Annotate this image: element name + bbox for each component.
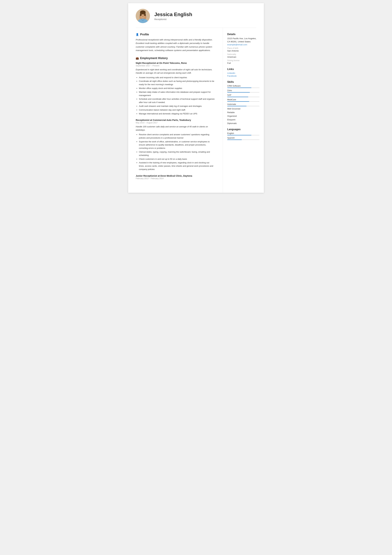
list-item: Check customers in and out up to 50 on a… bbox=[139, 158, 215, 161]
list-item: Resolve client service complaints and an… bbox=[139, 133, 215, 140]
skill-eloquent: Eloquent bbox=[227, 118, 259, 121]
svg-rect-5 bbox=[140, 13, 141, 16]
skill-sap-name: SAP bbox=[227, 94, 259, 96]
svg-rect-6 bbox=[144, 13, 146, 16]
lang-english: English bbox=[227, 132, 259, 135]
job-1-bullets: Answer incoming calls and respond to cli… bbox=[136, 76, 215, 116]
job-2-title: Receptionist at Commercial Auto Parts, T… bbox=[136, 119, 215, 121]
profile-section-title: 👤 Profile bbox=[136, 33, 215, 36]
driving-license-value: Full bbox=[227, 62, 259, 64]
job-2: Receptionist at Commercial Auto Parts, T… bbox=[136, 119, 215, 171]
skill-diplomatic-name: Diplomatic bbox=[227, 122, 259, 124]
job-1: Night Receptionist at On Point Telecoms,… bbox=[136, 62, 215, 115]
skill-sap-bar-fill bbox=[227, 97, 248, 97]
skill-sap: SAP bbox=[227, 94, 259, 97]
skill-automate: Automate bbox=[227, 103, 259, 106]
avatar bbox=[136, 9, 150, 23]
job-1-desc: Experienced in night desk working and co… bbox=[136, 68, 215, 75]
skill-zoho-name: Zoho bbox=[227, 89, 259, 92]
skill-crm-bar-bg bbox=[227, 88, 259, 88]
skill-organized: Organized bbox=[227, 115, 259, 117]
skill-automate-bar-fill bbox=[227, 106, 247, 106]
svg-point-7 bbox=[141, 15, 142, 15]
employment-section-title: 💼 Employment History bbox=[136, 57, 215, 60]
skill-automate-bar-bg bbox=[227, 106, 259, 106]
list-item: Coordinate all night office duties such … bbox=[139, 80, 215, 86]
main-column: 👤 Profile Professional receptionist with… bbox=[128, 28, 223, 193]
links-section: Links Linkedin Facebook bbox=[227, 68, 259, 77]
profile-section: 👤 Profile Professional receptionist with… bbox=[136, 33, 215, 52]
lang-spanish-name: Spanish bbox=[227, 137, 259, 139]
list-item: Communication liaison between day and ni… bbox=[139, 108, 215, 112]
skill-eloquent-name: Eloquent bbox=[227, 118, 259, 121]
skill-medicare-name: MediCare bbox=[227, 98, 259, 101]
profile-icon: 👤 bbox=[136, 33, 139, 36]
skill-automate-name: Automate bbox=[227, 103, 259, 105]
place-of-birth-label: Place of birth bbox=[227, 47, 259, 49]
job-1-title: Night Receptionist at On Point Telecoms,… bbox=[136, 62, 215, 64]
job-2-dates: May 2014 – August 2017 bbox=[136, 122, 215, 124]
lang-english-bar-fill bbox=[227, 135, 251, 135]
nationality-label: Nationality bbox=[227, 53, 259, 55]
list-item: Maintain daily intake of sales informati… bbox=[139, 90, 215, 97]
skill-crm: CRM Software bbox=[227, 85, 259, 88]
list-item: Schedule and coordinate after hour activ… bbox=[139, 97, 215, 104]
lang-english-bar-bg bbox=[227, 135, 259, 135]
detail-email: example@email.com bbox=[227, 44, 259, 46]
skill-reliable: Reliable bbox=[227, 111, 259, 114]
list-item: Monitor office supply stock and kitchen … bbox=[139, 87, 215, 90]
header-info: Jessica English Receptionist bbox=[154, 11, 192, 21]
lang-spanish: Spanish bbox=[227, 137, 259, 140]
skill-medicare: MediCare bbox=[227, 98, 259, 102]
skill-organized-name: Organized bbox=[227, 115, 259, 117]
candidate-title: Receptionist bbox=[154, 18, 192, 21]
lang-english-name: English bbox=[227, 132, 259, 134]
list-item: Audit cash drawers and maintain daily lo… bbox=[139, 105, 215, 108]
list-item: Supervise the work of office, administra… bbox=[139, 140, 215, 150]
skill-reliable-name: Reliable bbox=[227, 111, 259, 114]
employment-section: 💼 Employment History Night Receptionist … bbox=[136, 57, 215, 180]
detail-address: 1515 Pacific Ave, Los Angeles, CA 90291,… bbox=[227, 37, 259, 44]
skill-zoho: Zoho bbox=[227, 89, 259, 93]
job-3-dates: February 2013 – February 2014 bbox=[136, 177, 215, 180]
skill-medicare-bar-bg bbox=[227, 101, 259, 102]
skill-diplomatic: Diplomatic bbox=[227, 122, 259, 124]
languages-title: Languages bbox=[227, 128, 259, 131]
linkedin-link[interactable]: Linkedin bbox=[227, 72, 259, 74]
job-2-desc: Handle 100 customer calls daily and serv… bbox=[136, 125, 215, 132]
list-item: Assisted in the training of new employee… bbox=[139, 161, 215, 171]
skill-well-groomed: Well Groomed bbox=[227, 108, 259, 110]
languages-section: Languages English Spanish bbox=[227, 128, 259, 140]
employment-icon: 💼 bbox=[136, 57, 139, 60]
details-section: Details 1515 Pacific Ave, Los Angeles, C… bbox=[227, 33, 259, 64]
skills-title: Skills bbox=[227, 80, 259, 83]
facebook-link[interactable]: Facebook bbox=[227, 75, 259, 77]
header: Jessica English Receptionist bbox=[128, 3, 264, 28]
job-2-bullets: Resolve client service complaints and an… bbox=[136, 133, 215, 171]
place-of-birth-value: San Antonio bbox=[227, 50, 259, 52]
job-3: Junior Receptionist at Dove Medical Clin… bbox=[136, 175, 215, 180]
profile-text: Professional receptionist with strong in… bbox=[136, 38, 215, 52]
skill-crm-name: CRM Software bbox=[227, 85, 259, 87]
lang-spanish-bar-fill bbox=[227, 139, 242, 140]
list-item: Clerical duties, typing, copying, mannin… bbox=[139, 150, 215, 157]
driving-license-label: Driving license bbox=[227, 59, 259, 62]
skill-crm-bar-fill bbox=[227, 88, 251, 88]
nationality-value: American bbox=[227, 56, 259, 58]
skill-well-groomed-name: Well Groomed bbox=[227, 108, 259, 110]
candidate-name: Jessica English bbox=[154, 11, 192, 17]
links-title: Links bbox=[227, 68, 259, 71]
job-3-title: Junior Receptionist at Dove Medical Clin… bbox=[136, 175, 215, 177]
skills-section: Skills CRM Software Zoho SAP bbox=[227, 80, 259, 124]
lang-spanish-bar-bg bbox=[227, 139, 259, 140]
resume-body: 👤 Profile Professional receptionist with… bbox=[128, 28, 264, 193]
skill-sap-bar-bg bbox=[227, 97, 259, 97]
svg-point-8 bbox=[144, 15, 144, 15]
resume-container: Jessica English Receptionist 👤 Profile P… bbox=[128, 3, 264, 193]
list-item: Answer incoming calls and respond to cli… bbox=[139, 76, 215, 79]
side-column: Details 1515 Pacific Ave, Los Angeles, C… bbox=[223, 28, 264, 193]
details-title: Details bbox=[227, 33, 259, 36]
job-1-dates: September 2017 – Present bbox=[136, 65, 215, 67]
skill-zoho-bar-bg bbox=[227, 92, 259, 93]
list-item: Manage international and domestic shippi… bbox=[139, 112, 215, 116]
